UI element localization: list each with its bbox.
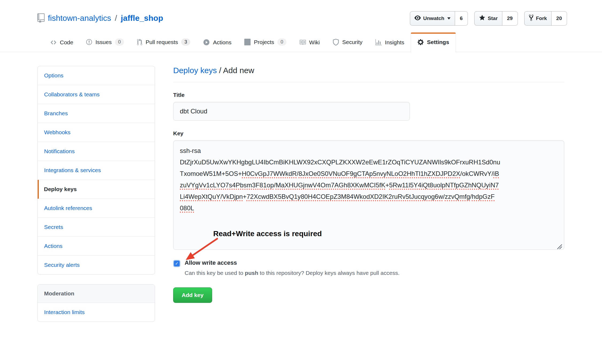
- sidebar-item-security-alerts[interactable]: Security alerts: [38, 256, 155, 274]
- settings-sidebar: Options Collaborators & teams Branches W…: [37, 66, 155, 322]
- allow-write-access-checkbox[interactable]: ✓: [173, 260, 180, 267]
- tab-label: Issues: [95, 39, 112, 45]
- tab-security[interactable]: Security: [326, 33, 369, 52]
- tab-label: Wiki: [309, 39, 320, 46]
- fork-label: Fork: [536, 15, 547, 21]
- main-content: Deploy keys / Add new Title Key ssh-rsaD…: [173, 66, 564, 303]
- repo-name-link[interactable]: jaffle_shop: [121, 14, 163, 23]
- star-icon: [479, 14, 486, 22]
- key-text-line: DtZjrXuD5UwXwYKHgbgLU4IbCmBiKHLWX92xCXQP…: [180, 156, 558, 168]
- deploy-keys-link[interactable]: Deploy keys: [173, 66, 217, 75]
- tab-label: Settings: [427, 39, 449, 45]
- page-title: Deploy keys / Add new: [173, 66, 564, 75]
- fork-icon: [529, 14, 534, 23]
- fork-button[interactable]: Fork: [524, 11, 551, 26]
- fork-count[interactable]: 20: [551, 11, 567, 26]
- sidebar-item-notifications[interactable]: Notifications: [38, 142, 155, 161]
- github-settings-page: fishtown-analytics / jaffle_shop Unwatch…: [0, 0, 602, 364]
- sidebar-item-deploy-keys[interactable]: Deploy keys: [38, 180, 155, 199]
- push-bold: push: [245, 270, 258, 276]
- title-field-label: Title: [173, 92, 564, 98]
- tab-code[interactable]: Code: [44, 33, 80, 52]
- sidebar-item-actions[interactable]: Actions: [38, 237, 155, 256]
- sidebar-item-webhooks[interactable]: Webhooks: [38, 123, 155, 142]
- check-icon: ✓: [175, 261, 178, 266]
- eye-icon: [414, 15, 421, 22]
- key-text-line: TxomoeW51M+5OS+H0CvGpJ7WWkdR/8JxOe0S0VNu…: [180, 168, 558, 179]
- key-text-line: 080L: [180, 202, 558, 214]
- tab-label: Pull requests: [146, 39, 178, 45]
- tab-pull-requests[interactable]: Pull requests 3: [130, 33, 197, 52]
- tab-label: Security: [342, 39, 363, 45]
- sidebar-item-collaborators-teams[interactable]: Collaborators & teams: [38, 85, 155, 104]
- tab-label: Code: [60, 39, 73, 46]
- sidebar-item-secrets[interactable]: Secrets: [38, 218, 155, 237]
- key-textarea[interactable]: ssh-rsaDtZjrXuD5UwXwYKHgbgLU4IbCmBiKHLWX…: [173, 140, 564, 250]
- unwatch-button[interactable]: Unwatch: [410, 11, 455, 26]
- repo-separator: /: [114, 14, 118, 23]
- sidebar-item-autolink-references[interactable]: Autolink references: [38, 199, 155, 218]
- star-button-group: Star 29: [474, 11, 518, 26]
- pull-requests-counter: 3: [181, 38, 190, 46]
- sidebar-item-interaction-limits[interactable]: Interaction limits: [38, 303, 155, 322]
- add-key-button[interactable]: Add key: [173, 287, 212, 303]
- moderation-menu: Moderation Interaction limits: [37, 284, 155, 322]
- tab-label: Projects: [254, 39, 274, 45]
- issue-opened-icon: [86, 39, 92, 45]
- repo-breadcrumb: fishtown-analytics / jaffle_shop: [37, 13, 163, 23]
- repo-nav-tabs: Code Issues 0 Pull requests 3 Actions Pr…: [0, 33, 602, 52]
- title-input[interactable]: [173, 102, 410, 121]
- textarea-resize-handle[interactable]: [556, 242, 563, 248]
- watch-count[interactable]: 6: [455, 11, 468, 26]
- social-buttons: Unwatch 6 Star 29 Fork 20: [410, 11, 567, 26]
- issues-counter: 0: [115, 38, 124, 46]
- project-icon: [244, 39, 251, 45]
- key-text-line: ssh-rsa: [180, 145, 558, 156]
- tab-label: Insights: [385, 39, 404, 46]
- body: Options Collaborators & teams Branches W…: [0, 52, 602, 322]
- caret-down-icon: [447, 17, 450, 19]
- tab-projects[interactable]: Projects 0: [238, 33, 293, 52]
- code-icon: [50, 39, 57, 46]
- tab-label: Actions: [213, 39, 231, 46]
- heading-divider: [173, 82, 564, 82]
- tab-insights[interactable]: Insights: [369, 33, 411, 52]
- tab-wiki[interactable]: Wiki: [293, 33, 326, 52]
- sidebar-item-options[interactable]: Options: [38, 66, 155, 85]
- gear-icon: [417, 39, 424, 46]
- tab-issues[interactable]: Issues 0: [80, 33, 130, 52]
- play-icon: [203, 39, 210, 46]
- key-field-label: Key: [173, 130, 564, 137]
- star-label: Star: [488, 15, 498, 21]
- settings-menu: Options Collaborators & teams Branches W…: [37, 66, 155, 275]
- breadcrumb-current: Add new: [223, 66, 254, 75]
- projects-counter: 0: [277, 38, 286, 46]
- star-count[interactable]: 29: [502, 11, 518, 26]
- repo-header: fishtown-analytics / jaffle_shop Unwatch…: [0, 0, 602, 26]
- tab-actions[interactable]: Actions: [197, 33, 238, 52]
- sidebar-item-integrations-services[interactable]: Integrations & services: [38, 161, 155, 180]
- breadcrumb-separator: /: [217, 66, 223, 75]
- allow-write-access-description: Can this key be used to push to this rep…: [185, 270, 564, 276]
- shield-icon: [333, 39, 339, 46]
- key-section: ssh-rsaDtZjrXuD5UwXwYKHgbgLU4IbCmBiKHLWX…: [173, 140, 564, 303]
- repo-book-icon: [37, 13, 45, 23]
- allow-write-access-label[interactable]: Allow write access: [185, 259, 237, 266]
- graph-icon: [375, 39, 382, 46]
- sidebar-item-branches[interactable]: Branches: [38, 104, 155, 123]
- allow-write-access-row: ✓ Allow write access: [173, 259, 564, 267]
- star-button[interactable]: Star: [474, 11, 502, 26]
- moderation-header: Moderation: [38, 284, 155, 303]
- tab-settings[interactable]: Settings: [411, 33, 456, 52]
- git-pull-request-icon: [137, 39, 142, 46]
- key-text-line: Li4WepXtQuY/VkDjpn+72XcwdBX5BvQ1y80H4COE…: [180, 191, 558, 202]
- book-icon: [299, 39, 306, 46]
- key-text-line: zuVYgVv1cLYO7s4Pbsm3F81op/MaXHUGjnwV4Om7…: [180, 179, 558, 191]
- fork-button-group: Fork 20: [524, 11, 567, 26]
- unwatch-label: Unwatch: [423, 15, 444, 21]
- repo-owner-link[interactable]: fishtown-analytics: [48, 14, 111, 23]
- watch-button-group: Unwatch 6: [410, 11, 468, 26]
